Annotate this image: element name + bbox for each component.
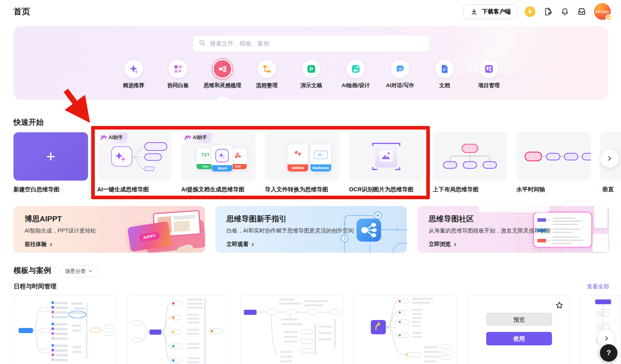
txt-label: TXT	[201, 152, 210, 157]
template-card-hovered[interactable]: 预览 使用	[467, 295, 570, 364]
search-icon	[199, 39, 206, 48]
promo-subtitle: 从海量的思维导图模板开始，激发无限灵感和创新	[429, 227, 551, 234]
kanban-icon	[480, 60, 498, 78]
quickstart-card-label: AI提炼文档生成思维导图	[181, 186, 256, 193]
page-title: 首页	[13, 6, 30, 17]
ai-assistant-badge: AI助手	[181, 132, 211, 143]
hero-banner: 搜索文件、模板、案例 精选推荐 协同白板 思维和灵感梳理 流程整理	[13, 26, 608, 100]
promo-subtitle: 白板，AI和实时协作赋予思维导图更灵活的创作空间	[226, 227, 354, 234]
timeline-illustration	[516, 132, 591, 181]
community-thumb-small	[594, 206, 608, 228]
ocr-illustration	[349, 132, 424, 181]
chevron-down-icon	[88, 269, 92, 273]
flowchart-icon	[258, 60, 276, 78]
help-button[interactable]: ?	[600, 344, 617, 362]
svg-text:AI: AI	[356, 65, 359, 69]
promo-aippt-banner[interactable]: AIPPT 博思AIPPT AI智能生成，PPT设计更轻松 前往体验	[13, 206, 205, 253]
promo-cta[interactable]: 立即浏览	[429, 241, 457, 248]
category-label: AI绘画/设计	[341, 82, 370, 89]
quickstart-ocr-card[interactable]: OCR识别图片为思维导图	[349, 132, 424, 193]
header-actions: 下载客户端 ¥ PPTGO	[463, 4, 611, 19]
quickstart-ai-generate-card[interactable]: AI助手 AI一键生成思维导图	[97, 132, 172, 193]
share-link-icon[interactable]	[543, 7, 552, 16]
avatar[interactable]: PPTGO	[594, 3, 611, 20]
chevron-right-icon	[49, 242, 53, 247]
topdown-illustration	[433, 132, 507, 181]
help-label: ?	[607, 349, 611, 357]
aippt-illustration: AIPPT	[126, 209, 205, 253]
quickstart-card-label: 导入文件转换为思维导图	[265, 186, 339, 193]
ai-badge-label: AI助手	[193, 134, 207, 141]
quickstart-next-button[interactable]	[600, 149, 619, 168]
presentation-icon: P	[302, 60, 320, 78]
category-flowchart[interactable]: 流程整理	[245, 60, 289, 89]
search-placeholder: 搜索文件、模板、案例	[210, 40, 269, 48]
category-presentation[interactable]: P 演示文稿	[289, 60, 334, 89]
word-tag: Word	[212, 165, 232, 172]
quickstart-ai-document-card[interactable]: AI助手 TXT Text Word PDF AI提炼文档生成思维导图	[181, 132, 256, 193]
template-card[interactable]	[13, 295, 117, 364]
ai-image-icon: AI	[347, 60, 365, 78]
aippt-card-label: AIPPT	[139, 231, 160, 242]
download-icon	[470, 7, 479, 16]
scene-filter-dropdown[interactable]: 场景分类	[59, 265, 98, 277]
chevron-right-icon	[606, 155, 613, 162]
quick-start-title: 快速开始	[13, 117, 44, 128]
vip-badge-icon	[606, 14, 612, 21]
favorite-star-icon[interactable]	[555, 301, 564, 311]
template-card[interactable]	[354, 295, 457, 364]
promo-cta[interactable]: 前往体验	[25, 241, 53, 248]
category-project[interactable]: 项目管理	[467, 60, 511, 89]
category-mindmap[interactable]: 思维和灵感梳理	[200, 60, 245, 89]
category-document[interactable]: 文档	[422, 60, 467, 89]
promo-community-banner[interactable]: 思维导图社区 从海量的思维导图模板开始，激发无限灵感和创新 立即浏览	[418, 206, 609, 253]
template-card[interactable]	[240, 295, 343, 364]
sparkle-icon	[125, 60, 143, 78]
promo-title: 博思AIPPT	[25, 214, 62, 224]
scene-filter-label: 场景分类	[65, 268, 86, 275]
templates-section-title: 日程与时间管理	[13, 282, 57, 291]
category-label: 演示文稿	[301, 82, 322, 89]
view-all-link[interactable]: 查看全部	[587, 283, 609, 290]
category-featured[interactable]: 精选推荐	[111, 60, 156, 89]
download-client-label: 下载客户端	[482, 8, 511, 15]
category-label: 思维和灵感梳理	[204, 82, 242, 89]
template-card[interactable]	[127, 295, 230, 364]
search-input[interactable]: 搜索文件、模板、案例	[193, 36, 429, 51]
ai-chat-icon: AI	[391, 60, 409, 78]
quickstart-card-label: OCR识别图片为思维导图	[349, 186, 424, 193]
quickstart-card-label: AI一键生成思维导图	[97, 186, 172, 193]
quickstart-import-file-card[interactable]: XMIND M↓ Markdown 导入文件转换为思维导图	[265, 132, 339, 193]
coin-icon[interactable]: ¥	[525, 6, 535, 17]
use-button[interactable]: 使用	[486, 332, 552, 345]
quickstart-timeline-card[interactable]: 水平时间轴	[516, 132, 591, 193]
category-ai-chat[interactable]: AI AI对话/写作	[378, 60, 422, 89]
ai-badge-label: AI助手	[109, 134, 123, 141]
xmind-tag: XMIND	[288, 164, 308, 172]
mindmap-thumbnail	[354, 295, 456, 364]
selected-tab-notch	[216, 95, 229, 100]
download-client-button[interactable]: 下载客户端	[463, 4, 518, 19]
category-ai-design[interactable]: AI AI绘画/设计	[334, 60, 378, 89]
mindmap-thumbnail	[241, 295, 343, 364]
markdown-tag: Markdown	[310, 164, 331, 172]
inbox-icon[interactable]	[577, 7, 586, 16]
ai-assistant-badge: AI助手	[97, 132, 127, 143]
ai-logo-icon	[185, 135, 191, 140]
quickstart-new-blank-card[interactable]: + 新建空白思维导图	[13, 132, 88, 193]
avatar-label: PPTGO	[595, 10, 609, 14]
promo-cta[interactable]: 立即观看	[226, 241, 255, 248]
category-label: 文档	[439, 82, 450, 89]
preview-button[interactable]: 预览	[486, 313, 552, 326]
svg-text:P: P	[309, 66, 313, 72]
category-label: 协同白板	[167, 82, 189, 89]
promo-guide-banner[interactable]: 思维导图新手指引 白板，AI和实时协作赋予思维导图更灵活的创作空间 立即观看	[215, 206, 407, 253]
plus-icon: +	[13, 132, 88, 181]
quickstart-topdown-card[interactable]: 上下布局思维导图	[433, 132, 507, 193]
quickstart-card-label: 垂直	[600, 186, 621, 193]
category-whiteboard[interactable]: 协同白板	[156, 60, 200, 89]
quickstart-card-label: 水平时间轴	[516, 186, 591, 193]
templates-title: 模板与案例	[13, 265, 51, 276]
document-icon	[435, 60, 454, 78]
notifications-bell-icon[interactable]	[560, 7, 569, 16]
